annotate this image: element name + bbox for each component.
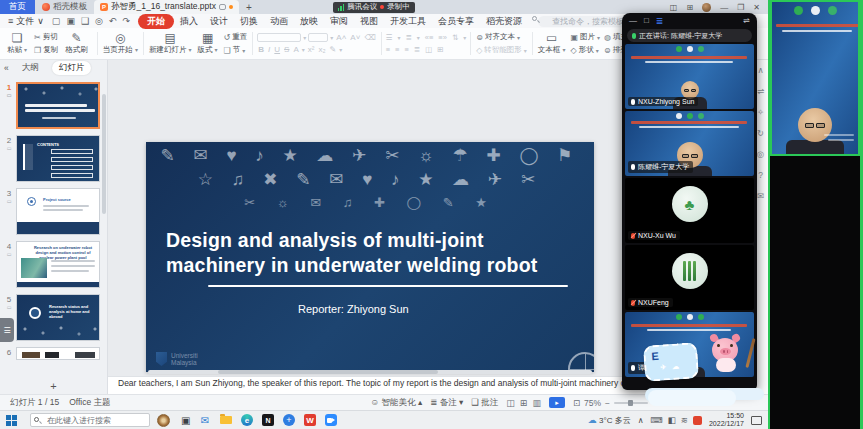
new-doc-icon[interactable]: ▢ bbox=[52, 16, 61, 26]
edge-browser-icon[interactable]: e bbox=[239, 413, 254, 428]
user-avatar[interactable] bbox=[702, 3, 711, 12]
assistant-mascot[interactable]: E ✈ ☁ bbox=[642, 330, 764, 408]
slide-thumbnail-2[interactable]: 2▭ CONTENTS bbox=[2, 135, 107, 182]
columns-button[interactable]: ◫ bbox=[425, 45, 432, 54]
weather-widget[interactable]: ☁ 3°C 多云 bbox=[588, 415, 631, 426]
redo-icon[interactable]: ↷ bbox=[122, 16, 130, 26]
mail-app-icon[interactable]: ✉ bbox=[197, 413, 212, 428]
font-name-select[interactable] bbox=[257, 33, 301, 42]
comments-button[interactable]: ❑ 批注 bbox=[471, 397, 498, 409]
participant-tile-2[interactable]: 陈耀维-宁夏大学 bbox=[625, 111, 754, 176]
print-icon[interactable]: ❑ bbox=[81, 16, 89, 26]
taskbar-clock[interactable]: 15:50 2022/12/17 bbox=[709, 412, 744, 428]
layout-button[interactable]: ▦版式 ▾ bbox=[195, 28, 221, 59]
smart-beautify-button[interactable]: ☺ 智能美化 ▴ bbox=[371, 397, 423, 409]
bold-button[interactable]: B bbox=[257, 45, 265, 54]
tab-transition[interactable]: 切换 bbox=[234, 15, 264, 28]
split-view-icon[interactable]: ◫ bbox=[670, 3, 678, 12]
comment-icon[interactable] bbox=[219, 4, 226, 10]
tab-home[interactable]: 首页 bbox=[0, 0, 35, 14]
font-size-select[interactable] bbox=[308, 33, 328, 42]
align-center-button[interactable]: ≡ bbox=[395, 45, 399, 54]
participant-tile-3[interactable]: ♣ NXU-Xu Wu bbox=[625, 178, 754, 243]
reporter-text[interactable]: Reporter: Zhiyong Sun bbox=[298, 303, 594, 315]
selection-icon[interactable]: ◎ bbox=[757, 149, 764, 159]
tab-docer[interactable]: 稻壳模板 bbox=[35, 0, 94, 14]
cut-button[interactable]: ✂剪切 bbox=[34, 32, 58, 42]
pig-character[interactable] bbox=[704, 332, 750, 384]
taskbar-search-input[interactable] bbox=[30, 413, 150, 427]
slide-thumbnail-1[interactable]: 1▭ bbox=[2, 82, 107, 129]
tencent-meeting-app-icon[interactable] bbox=[323, 413, 338, 428]
undo-icon[interactable]: ↶ bbox=[109, 16, 117, 26]
copy-button[interactable]: ❐复制 bbox=[34, 45, 58, 55]
font-color-button[interactable]: A bbox=[292, 45, 299, 54]
increase-font-button[interactable]: A˄ bbox=[335, 33, 347, 42]
tab-document[interactable]: P 孙智勇_1_16_translate.pptx bbox=[94, 0, 239, 14]
effects-icon[interactable]: ✧ bbox=[757, 107, 764, 117]
participant-tile-4[interactable]: NXUFeng bbox=[625, 245, 754, 310]
bullets-button[interactable]: ☰ bbox=[386, 33, 393, 42]
horizontal-scrollbar[interactable] bbox=[148, 370, 592, 374]
apps-grid-icon[interactable]: ⊞ bbox=[686, 3, 693, 12]
shapes-button[interactable]: ◇形状 ▾ bbox=[570, 45, 600, 55]
file-menu[interactable]: ≡ 文件 ∨ bbox=[0, 15, 52, 28]
collapse-ribbon-icon[interactable]: ∧ bbox=[757, 65, 763, 75]
volume-tray-icon[interactable]: ◧ bbox=[668, 415, 676, 425]
italic-button[interactable]: I bbox=[267, 45, 271, 54]
tab-view[interactable]: 视图 bbox=[354, 15, 384, 28]
zoom-level[interactable]: 75% bbox=[584, 398, 601, 408]
active-speaker-video[interactable] bbox=[770, 0, 860, 156]
text-direction-button[interactable]: ⊞ bbox=[437, 45, 443, 54]
notification-center-icon[interactable] bbox=[751, 416, 762, 425]
tab-review[interactable]: 审阅 bbox=[324, 15, 354, 28]
justify-button[interactable]: ≣ bbox=[414, 45, 420, 54]
save-icon[interactable]: ▣ bbox=[66, 16, 75, 26]
keyboard-tray-icon[interactable]: ⌨ bbox=[651, 415, 663, 425]
textbox-button[interactable]: ▭文本框 ▾ bbox=[535, 28, 569, 59]
align-left-button[interactable]: ≡ bbox=[386, 45, 390, 54]
paste-button[interactable]: ❏粘贴 ▾ bbox=[4, 32, 30, 55]
underline-button[interactable]: U bbox=[273, 45, 281, 54]
slideshow-play-button[interactable]: ▸ bbox=[549, 397, 565, 408]
superscript-button[interactable]: x² bbox=[307, 45, 316, 54]
slide-title[interactable]: Design and analysis of multi-joint machi… bbox=[166, 228, 594, 278]
outline-tab[interactable]: 大纲 bbox=[15, 61, 46, 75]
slides-tab[interactable]: 幻灯片 bbox=[52, 61, 92, 75]
new-slide-button[interactable]: ▤新建幻灯片 ▾ bbox=[146, 28, 195, 59]
reset-button[interactable]: ↺重置 bbox=[224, 32, 248, 42]
restore-button[interactable]: ❐ bbox=[737, 3, 744, 12]
tab-insert[interactable]: 插入 bbox=[174, 15, 204, 28]
slide-thumbnail-6[interactable]: 6 bbox=[2, 347, 107, 360]
tab-slideshow[interactable]: 放映 bbox=[294, 15, 324, 28]
align-text-button[interactable]: ⊜对齐文本 ▾ bbox=[476, 32, 527, 42]
start-button[interactable] bbox=[0, 415, 22, 426]
outdent-button[interactable]: «≡ bbox=[425, 33, 434, 42]
network-tray-icon[interactable]: ≋ bbox=[681, 415, 688, 425]
meeting-minimize-icon[interactable]: — bbox=[629, 16, 637, 25]
slide-thumbnail-3[interactable]: 3▭ Project source bbox=[2, 188, 107, 235]
ornament-app-icon[interactable] bbox=[157, 414, 170, 427]
new-tab-button[interactable]: + bbox=[239, 0, 259, 14]
picture-button[interactable]: ▣图片 ▾ bbox=[570, 32, 600, 42]
slide-thumbnail-5[interactable]: 5▭ Research status and analysis at home … bbox=[2, 294, 107, 341]
subscript-button[interactable]: x₂ bbox=[317, 45, 326, 54]
plus-app-icon[interactable]: + bbox=[281, 413, 296, 428]
refresh-icon[interactable]: ↻ bbox=[757, 128, 764, 138]
meeting-switch-view-icon[interactable]: ⇌ bbox=[743, 16, 750, 25]
feedback-icon[interactable]: ✉ bbox=[757, 191, 764, 201]
slide-thumbnail-4[interactable]: 4▭ Research on underwater robot design a… bbox=[2, 241, 107, 288]
line-spacing-button[interactable]: ⇅ bbox=[452, 33, 458, 42]
meeting-recording-badge[interactable]: 腾讯会议 录制中 bbox=[333, 2, 415, 13]
assistant-speech-bubble[interactable]: E ✈ ☁ bbox=[643, 342, 699, 382]
clear-format-button[interactable]: ⌫ bbox=[363, 33, 376, 42]
add-slide-button[interactable]: + bbox=[0, 380, 107, 392]
meeting-layout-icon[interactable]: ≣ bbox=[656, 16, 664, 26]
tab-start[interactable]: 开始 bbox=[138, 14, 174, 29]
red-tray-app-icon[interactable] bbox=[693, 416, 702, 425]
tab-animation[interactable]: 动画 bbox=[264, 15, 294, 28]
tray-expand-button[interactable]: ∧ bbox=[638, 416, 644, 425]
file-explorer-icon[interactable] bbox=[218, 413, 233, 428]
properties-icon[interactable]: ⇌ bbox=[757, 86, 764, 96]
tab-developer[interactable]: 开发工具 bbox=[384, 15, 432, 28]
